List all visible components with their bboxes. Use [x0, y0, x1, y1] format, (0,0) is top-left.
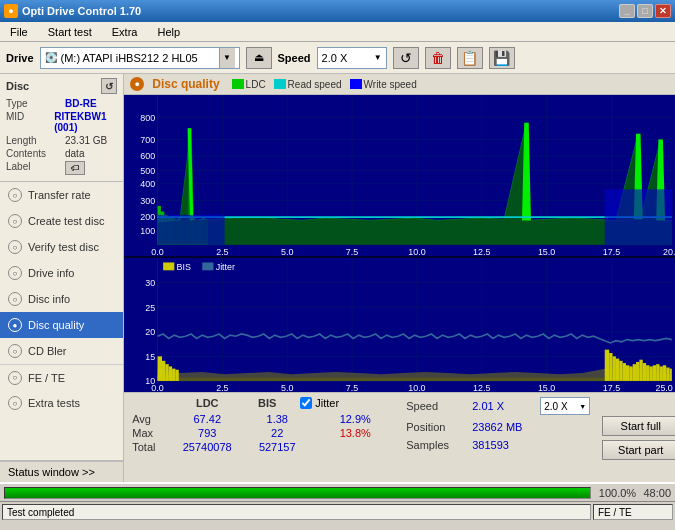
- legend-write-speed-color: [350, 79, 362, 89]
- stats-samples-row: Samples 381593: [406, 439, 590, 451]
- sidebar: Disc ↺ Type BD-RE MID RITEKBW1 (001) Len…: [0, 74, 124, 482]
- svg-rect-123: [623, 363, 626, 381]
- svg-rect-69: [158, 215, 225, 245]
- disc-label-label: Label: [6, 161, 61, 175]
- svg-rect-112: [158, 356, 162, 381]
- legend-read-speed: Read speed: [274, 79, 342, 90]
- svg-text:30: 30: [146, 278, 156, 288]
- app-icon: ●: [4, 4, 18, 18]
- speed-label: Speed: [278, 52, 311, 64]
- nav-icon-transfer: ○: [8, 188, 22, 202]
- svg-text:5.0: 5.0: [281, 247, 293, 256]
- app-title: Opti Drive Control 1.70: [22, 5, 141, 17]
- svg-rect-140: [202, 262, 213, 270]
- nav-verify-test-disc[interactable]: ○ Verify test disc: [0, 234, 123, 260]
- svg-text:100: 100: [141, 226, 156, 236]
- stats-position-label: Position: [406, 421, 466, 433]
- drive-dropdown-button[interactable]: ▼: [219, 48, 235, 68]
- stats-position-value: 23862 MB: [472, 421, 522, 433]
- maximize-button[interactable]: □: [637, 4, 653, 18]
- stats-total-bis: 527157: [242, 441, 312, 453]
- nav-transfer-rate[interactable]: ○ Transfer rate: [0, 182, 123, 208]
- start-part-button[interactable]: Start part: [602, 440, 675, 460]
- menu-bar: File Start test Extra Help: [0, 22, 675, 42]
- refresh-button[interactable]: ↺: [393, 47, 419, 69]
- svg-text:15.0: 15.0: [538, 383, 555, 392]
- disc-length-label: Length: [6, 135, 61, 146]
- svg-text:10.0: 10.0: [408, 383, 425, 392]
- erase-button[interactable]: 🗑: [425, 47, 451, 69]
- svg-rect-128: [640, 360, 643, 381]
- svg-rect-131: [650, 366, 653, 381]
- drive-value: (M:) ATAPI iHBS212 2 HL05: [61, 52, 215, 64]
- eject-button[interactable]: ⏏: [246, 47, 272, 69]
- legend-ldc-label: LDC: [246, 79, 266, 90]
- stats-avg-jitter: 12.9%: [320, 413, 390, 425]
- legend-write-speed: Write speed: [350, 79, 417, 90]
- svg-text:12.5: 12.5: [473, 247, 490, 256]
- legend-write-speed-label: Write speed: [364, 79, 417, 90]
- close-button[interactable]: ✕: [655, 4, 671, 18]
- status-bar: Test completed FE / TE: [0, 502, 675, 522]
- svg-rect-113: [162, 361, 165, 381]
- speed-selector[interactable]: 2.0 X ▼: [317, 47, 387, 69]
- svg-text:600: 600: [141, 151, 156, 161]
- nav-disc-quality[interactable]: ● Disc quality: [0, 312, 123, 338]
- nav-icon-cd-bler: ○: [8, 344, 22, 358]
- nav-icon-create: ○: [8, 214, 22, 228]
- svg-rect-114: [166, 364, 169, 381]
- drive-toolbar: Drive 💽 (M:) ATAPI iHBS212 2 HL05 ▼ ⏏ Sp…: [0, 42, 675, 74]
- menu-start-test[interactable]: Start test: [42, 24, 98, 40]
- action-buttons: Start full Start part: [598, 393, 675, 482]
- nav-create-test-disc[interactable]: ○ Create test disc: [0, 208, 123, 234]
- svg-text:25: 25: [146, 302, 156, 312]
- fete-text: FE / TE: [598, 507, 632, 518]
- minimize-button[interactable]: _: [619, 4, 635, 18]
- nav-drive-info[interactable]: ○ Drive info: [0, 260, 123, 286]
- disc-label-icon[interactable]: 🏷: [65, 161, 85, 175]
- svg-rect-119: [609, 353, 612, 381]
- svg-text:25.0 GB: 25.0 GB: [656, 383, 675, 392]
- start-full-button[interactable]: Start full: [602, 416, 675, 436]
- jitter-checkbox[interactable]: [300, 397, 312, 409]
- svg-rect-122: [620, 361, 623, 381]
- drive-selector[interactable]: 💽 (M:) ATAPI iHBS212 2 HL05 ▼: [40, 47, 240, 69]
- nav-icon-drive-info: ○: [8, 266, 22, 280]
- svg-rect-127: [636, 362, 639, 381]
- nav-fe-te[interactable]: ○ FE / TE: [0, 364, 123, 390]
- menu-file[interactable]: File: [4, 24, 34, 40]
- nav-icon-disc-quality: ●: [8, 318, 22, 332]
- stats-ldc-header: LDC: [172, 397, 242, 409]
- svg-text:Jitter: Jitter: [216, 262, 235, 272]
- svg-text:400: 400: [141, 179, 156, 189]
- nav-cd-bler[interactable]: ○ CD Bler: [0, 338, 123, 364]
- status-window-button[interactable]: Status window >>: [0, 461, 123, 482]
- svg-rect-136: [666, 367, 669, 380]
- disc-quality-title: Disc quality: [152, 77, 219, 91]
- nav-icon-fe-te: ○: [8, 371, 22, 385]
- disc-type-value: BD-RE: [65, 98, 97, 109]
- save-button[interactable]: 💾: [489, 47, 515, 69]
- disc-info-section: Disc ↺ Type BD-RE MID RITEKBW1 (001) Len…: [0, 74, 123, 182]
- nav-disc-info[interactable]: ○ Disc info: [0, 286, 123, 312]
- svg-rect-129: [643, 363, 646, 381]
- menu-extra[interactable]: Extra: [106, 24, 144, 40]
- progress-time: 48:00: [643, 487, 671, 499]
- disc-refresh-icon[interactable]: ↺: [101, 78, 117, 94]
- nav-extra-tests[interactable]: ○ Extra tests: [0, 390, 123, 416]
- svg-text:500: 500: [141, 166, 156, 176]
- jitter-check[interactable]: Jitter: [300, 397, 339, 409]
- stats-bis-header: BIS: [242, 397, 292, 409]
- stats-right: Speed 2.01 X 2.0 X ▼ Position 23862 MB S…: [398, 393, 598, 482]
- main-area: Disc ↺ Type BD-RE MID RITEKBW1 (001) Len…: [0, 74, 675, 482]
- disc-section-header: Disc: [6, 80, 29, 92]
- stats-avg-ldc: 67.42: [172, 413, 242, 425]
- speed-combo-value: 2.0 X: [544, 401, 579, 412]
- speed-combo[interactable]: 2.0 X ▼: [540, 397, 590, 415]
- stats-empty: [132, 397, 172, 409]
- svg-rect-133: [656, 364, 659, 381]
- svg-text:17.5: 17.5: [603, 383, 620, 392]
- copy-button[interactable]: 📋: [457, 47, 483, 69]
- menu-help[interactable]: Help: [151, 24, 186, 40]
- disc-contents-value: data: [65, 148, 84, 159]
